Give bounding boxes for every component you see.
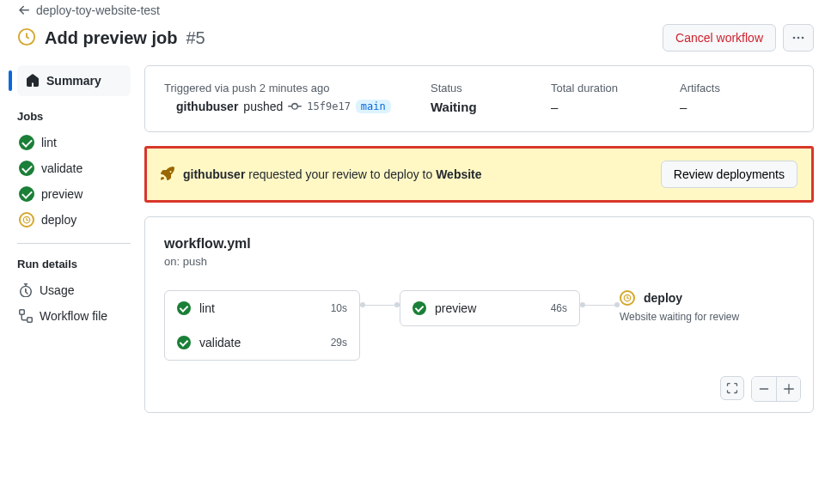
graph-job-time: 29s [331,337,347,349]
sidebar-summary-tab[interactable]: Summary [17,65,131,96]
sidebar-workflowfile-link[interactable]: Workflow file [17,303,131,329]
graph-connector [580,290,620,319]
stage-box: lint 10s validate 29s [164,290,360,361]
run-number: #5 [186,28,205,48]
run-title: Add preview job [45,28,177,48]
sidebar-rundetails-heading: Run details [17,258,131,270]
duration-label: Total duration [551,82,645,94]
branch-label[interactable]: main [356,100,391,113]
svg-point-3 [802,37,804,39]
review-banner: githubuser requested your review to depl… [144,146,814,203]
arrow-left-icon [17,3,31,17]
stage-box: preview 46s [400,290,580,326]
graph-job-name: preview [435,301,476,315]
run-meta-panel: Triggered via push 2 minutes ago githubu… [144,65,814,132]
workflow-graph-panel: workflow.yml on: push lint 10s [144,216,814,413]
graph-job-time: 46s [551,302,567,314]
check-circle-icon [19,186,34,202]
workflow-icon [19,309,33,323]
sidebar-job-label: deploy [41,213,76,227]
check-circle-icon [19,161,34,176]
svg-point-2 [797,37,800,39]
sidebar-job-preview[interactable]: preview [17,181,131,207]
commit-icon [288,100,302,113]
graph-job-name: lint [199,301,215,315]
graph-job-lint[interactable]: lint 10s [165,291,359,325]
sidebar-job-label: lint [41,136,57,149]
graph-job-validate[interactable]: validate 29s [165,325,359,360]
actor-name[interactable]: githubuser [176,100,238,113]
zoom-controls [720,376,801,402]
stopwatch-icon [19,283,33,297]
graph-job-time: 10s [331,302,347,314]
check-circle-icon [412,301,426,315]
sidebar-job-deploy[interactable]: deploy [17,207,131,233]
workflow-graph[interactable]: lint 10s validate 29s [164,290,794,361]
home-icon [26,74,40,88]
sidebar-job-label: preview [41,187,82,201]
sidebar-usage-link[interactable]: Usage [17,277,131,303]
kebab-icon [791,31,805,45]
banner-actor[interactable]: githubuser [183,167,245,181]
graph-job-deploy[interactable]: deploy Website waiting for review [620,290,739,323]
sidebar-usage-label: Usage [40,283,74,297]
more-actions-button[interactable] [783,24,814,52]
banner-midtext: requested your review to deploy to [248,167,432,181]
graph-connector [360,290,400,319]
back-link-label: deploy-toy-website-test [36,3,160,17]
graph-job-name: deploy [644,291,682,305]
sidebar-job-label: validate [41,161,82,175]
svg-point-1 [793,37,796,39]
rocket-icon [161,167,174,183]
clock-icon [620,290,635,306]
graph-deploy-subtext: Website waiting for review [620,311,739,323]
artifacts-value: – [680,100,720,114]
workflow-trigger: on: push [164,255,794,268]
sidebar-divider [17,243,131,244]
commit-sha[interactable]: 15f9e17 [307,100,351,112]
artifacts-label: Artifacts [680,82,720,94]
sidebar-job-validate[interactable]: validate [17,155,131,181]
status-value: Waiting [431,100,516,114]
pushed-word: pushed [243,100,283,113]
clock-icon [19,212,34,228]
banner-target: Website [436,167,481,181]
review-deployments-button[interactable]: Review deployments [661,161,797,188]
sidebar-summary-label: Summary [46,74,101,88]
status-waiting-icon [17,27,36,49]
duration-value: – [551,100,645,114]
sidebar-jobs-heading: Jobs [17,110,131,123]
sidebar-job-lint[interactable]: lint [17,130,131,155]
zoom-out-button[interactable] [752,377,776,401]
check-circle-icon [177,336,191,349]
sidebar: Summary Jobs lint validate preview deplo… [17,65,131,413]
triggered-via-label: Triggered via push 2 minutes ago [164,82,396,94]
graph-job-preview[interactable]: preview 46s [400,291,579,325]
status-label: Status [431,82,516,94]
back-link[interactable]: deploy-toy-website-test [17,3,814,17]
sidebar-workflowfile-label: Workflow file [40,309,107,323]
cancel-workflow-button[interactable]: Cancel workflow [663,24,776,52]
check-circle-icon [177,301,191,315]
check-circle-icon [19,135,34,150]
fullscreen-button[interactable] [720,376,744,400]
zoom-in-button[interactable] [776,377,800,401]
workflow-file-name: workflow.yml [164,236,794,252]
graph-job-name: validate [199,336,241,349]
